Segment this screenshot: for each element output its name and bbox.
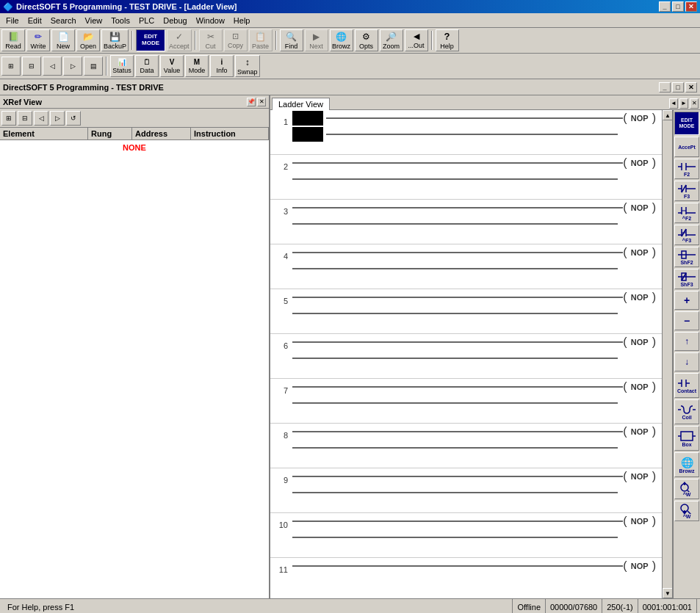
status-bar: For Help, press F1 Offline 00000/07680 2… [0, 598, 700, 613]
neg-trans-icon [678, 228, 696, 238]
right-shf2-label: ShF2 [680, 260, 693, 265]
new-label: New [57, 43, 70, 50]
coil-label: NOP [629, 114, 651, 123]
xref-nav-back-button[interactable]: ◁ [34, 111, 48, 126]
right-minus-button[interactable]: − [674, 311, 699, 330]
right-accept-button[interactable]: AccePt [674, 137, 699, 157]
data-button[interactable]: 🗒 Data [135, 55, 159, 77]
right-plus-button[interactable]: + [674, 291, 699, 310]
maximize-button[interactable]: □ [672, 1, 684, 12]
right-search-up-button[interactable]: ^W [674, 479, 699, 499]
ladder-next-button[interactable]: ► [679, 98, 688, 109]
tb2-btn5[interactable]: ▤ [84, 57, 103, 76]
right-toolbar: EDITMODE AccePt F2 [672, 110, 700, 598]
right-box-button[interactable]: Box [674, 426, 699, 451]
tb2-btn3[interactable]: ◁ [43, 57, 62, 76]
out-button[interactable]: ◀ ...Out [405, 29, 428, 51]
edit-mode-button[interactable]: EDITMODE [136, 29, 165, 51]
menu-help[interactable]: Help [229, 13, 255, 27]
xref-grid1-button[interactable]: ⊞ [1, 111, 16, 126]
right-search-down-button[interactable]: ^W [674, 501, 699, 521]
rung-line-2 [292, 313, 618, 314]
rung-line-top: ( NOP ) [292, 468, 662, 485]
help-button[interactable]: ? Help [436, 29, 459, 51]
xref-close-button[interactable]: ✕ [257, 98, 266, 106]
copy-button[interactable]: ⊡ Copy [224, 29, 248, 51]
new-button[interactable]: 📄 New [51, 29, 75, 51]
rung-body: ( NOP ) [292, 424, 662, 468]
scroll-down-button[interactable]: ▼ [663, 588, 672, 598]
scroll-up-button[interactable]: ▲ [663, 110, 672, 120]
menu-debug[interactable]: Debug [159, 13, 191, 27]
value-button[interactable]: V Value [160, 55, 184, 77]
coil-paren-close: ) [652, 470, 656, 483]
inner-maximize[interactable]: □ [672, 82, 684, 93]
ladder-content[interactable]: 1 ( NOP ) [270, 110, 672, 598]
minimize-button[interactable]: _ [659, 1, 671, 12]
right-edit-mode-button[interactable]: EDITMODE [674, 112, 699, 135]
write-button[interactable]: ✏ Write [26, 29, 50, 51]
menu-edit[interactable]: Edit [24, 13, 46, 27]
rung-line [292, 252, 623, 253]
scroll-track[interactable] [663, 120, 672, 588]
tb2-btn1[interactable]: ⊞ [1, 57, 21, 76]
ladder-prev-button[interactable]: ◄ [669, 98, 678, 109]
open-button[interactable]: 📂 Open [76, 29, 100, 51]
menu-view[interactable]: View [81, 13, 107, 27]
right-f3-button[interactable]: F3 [674, 181, 699, 201]
status-button[interactable]: 📊 Status [110, 55, 134, 77]
status-label: Status [112, 67, 131, 74]
tb2-btn2[interactable]: ⊟ [22, 57, 41, 76]
inner-close[interactable]: ✕ [685, 82, 697, 93]
right-contact-button[interactable]: Contact [674, 373, 699, 398]
right-f2-label: F2 [684, 172, 690, 177]
backup-button[interactable]: 💾 BackuP [101, 29, 129, 51]
ladder-close-tab-button[interactable]: ✕ [690, 98, 699, 109]
xref-pin-button[interactable]: 📌 [247, 98, 256, 106]
next-button[interactable]: ▶ Next [305, 29, 328, 51]
menu-window[interactable]: Window [192, 13, 229, 27]
neg-edge-icon [678, 272, 696, 282]
menu-search[interactable]: Search [46, 13, 81, 27]
find-button[interactable]: 🔍 Find [280, 29, 303, 51]
contact-nc-icon [678, 184, 696, 194]
tb2-btn4[interactable]: ▷ [63, 57, 82, 76]
coil-paren-close: ) [652, 425, 656, 438]
xref-refresh-button[interactable]: ↺ [66, 111, 81, 126]
close-button[interactable]: ✕ [685, 1, 697, 12]
coil-paren-open: ( [623, 201, 627, 214]
right-ctf2-button[interactable]: ^F2 [674, 203, 699, 223]
zoom-button[interactable]: 🔎 Zoom [380, 29, 403, 51]
right-f2-button[interactable]: F2 [674, 159, 699, 179]
xref-col-rung: Rung [88, 128, 132, 139]
right-shf3-button[interactable]: ShF3 [674, 269, 699, 289]
right-up-button[interactable]: ↑ [674, 332, 699, 351]
swnap-button[interactable]: ↕ Swnap [235, 55, 260, 77]
right-browz-button[interactable]: 🌐 Browz [674, 452, 699, 477]
browz-button[interactable]: 🌐 Browz [330, 29, 353, 51]
menu-file[interactable]: File [1, 13, 24, 27]
open-icon: 📂 [83, 32, 94, 42]
rung-number: 8 [270, 424, 292, 440]
menu-plc[interactable]: PLC [134, 13, 159, 27]
menu-tools[interactable]: Tools [107, 13, 134, 27]
accept-button[interactable]: ✓ Accept [167, 29, 192, 51]
rung-line-top: ( NOP ) [292, 558, 662, 574]
rung-body: ( NOP ) [292, 379, 662, 423]
right-ctf3-button[interactable]: ^F3 [674, 225, 699, 245]
right-coil-button[interactable]: Coil [674, 399, 699, 424]
ladder-view-tab[interactable]: Ladder View [272, 98, 330, 110]
xref-grid2-button[interactable]: ⊟ [18, 111, 32, 126]
cut-button[interactable]: ✂ Cut [199, 29, 223, 51]
mode-button[interactable]: M Mode [185, 55, 209, 77]
xref-nav-fwd-button[interactable]: ▷ [50, 111, 65, 126]
mode-label: Mode [189, 67, 206, 74]
info-button[interactable]: i Info [210, 55, 234, 77]
inner-minimize[interactable]: _ [659, 82, 671, 93]
rung-number: 6 [270, 334, 292, 350]
right-down-button[interactable]: ↓ [674, 352, 699, 371]
paste-button[interactable]: 📋 Paste [249, 29, 273, 51]
right-shf2-button[interactable]: ShF2 [674, 247, 699, 267]
opts-button[interactable]: ⚙ Opts [355, 29, 378, 51]
read-button[interactable]: 📗 Read [1, 29, 25, 51]
